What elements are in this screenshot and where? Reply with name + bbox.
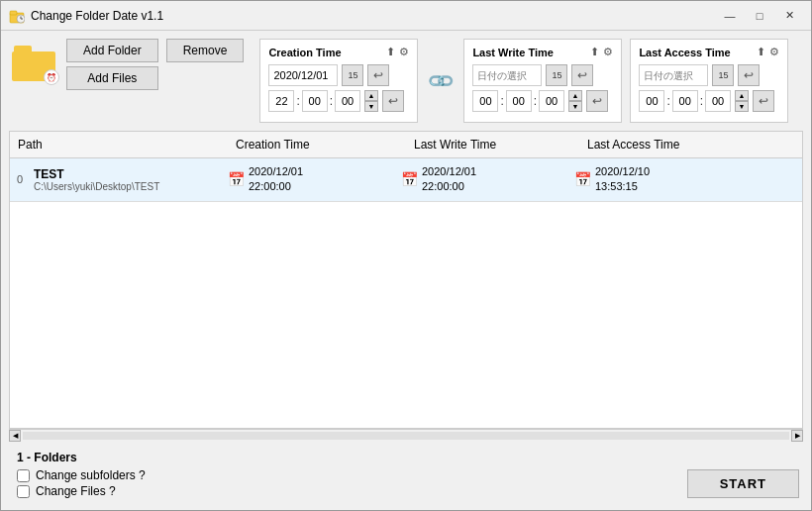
creation-calendar-button[interactable]: 15 (342, 64, 363, 86)
row-creation-text: 2020/12/01 22:00:00 (249, 164, 303, 195)
lastwrite-panel-icons: ⬆ ⚙ (590, 46, 613, 58)
creation-time-inputs: : : (268, 90, 360, 112)
lastwrite-time-spinners: ▲ ▼ (568, 90, 582, 112)
change-subfolders-checkbox-row[interactable]: Change subfolders ? (17, 468, 146, 482)
lastwrite-panel-title: Last Write Time (472, 47, 554, 58)
creation-panel-header: Creation Time ⬆ ⚙ (268, 46, 409, 58)
header-path: Path (10, 136, 228, 153)
lastwrite-date-row: 15 ↩ (472, 64, 613, 86)
lastwrite-time-panel: Last Write Time ⬆ ⚙ 15 ↩ (463, 39, 622, 123)
creation-panel-icons: ⬆ ⚙ (386, 46, 409, 58)
lastaccess-settings-icon[interactable]: ⚙ (769, 46, 779, 58)
scroll-right-button[interactable]: ▶ (791, 430, 803, 442)
lastwrite-min-input[interactable] (506, 90, 532, 112)
header-creation: Creation Time (228, 136, 406, 153)
row-folder-name: TEST (34, 167, 224, 181)
creation-sec-input[interactable] (335, 90, 360, 112)
upload-icon[interactable]: ⬆ (386, 46, 395, 58)
lastaccess-hour-input[interactable] (639, 90, 664, 112)
link-icon: 🔗 (426, 65, 457, 96)
lastwrite-hour-input[interactable] (472, 90, 498, 112)
creation-time-row: : : ▲ ▼ ↩ (268, 90, 409, 112)
creation-panel-title: Creation Time (268, 47, 341, 58)
creation-hour-input[interactable] (268, 90, 294, 112)
row-folder-fullpath: C:\Users\yuki\Desktop\TEST (34, 181, 224, 192)
bottom-left: 1 - Folders Change subfolders ? Change F… (13, 445, 150, 502)
table-body: 0 TEST C:\Users\yuki\Desktop\TEST 📅 2020… (10, 158, 802, 428)
lastwrite-time-down[interactable]: ▼ (568, 101, 582, 112)
row-creation: 📅 2020/12/01 22:00:00 (228, 164, 401, 195)
lastaccess-date-input[interactable] (639, 64, 708, 86)
lastwrite-time-inputs: : : (472, 90, 564, 112)
creation-time-up[interactable]: ▲ (364, 90, 378, 101)
app-icon (9, 8, 25, 24)
change-subfolders-checkbox[interactable] (17, 469, 30, 482)
row-lastwrite-time: 22:00:00 (422, 179, 476, 194)
lastaccess-panel-header: Last Access Time ⬆ ⚙ (639, 46, 779, 58)
scroll-left-button[interactable]: ◀ (9, 430, 21, 442)
maximize-button[interactable]: □ (746, 6, 773, 26)
datetime-panels: Creation Time ⬆ ⚙ 15 ↩ (259, 39, 803, 123)
change-subfolders-label: Change subfolders ? (36, 468, 146, 482)
remove-button[interactable]: Remove (166, 39, 245, 62)
creation-time-panel: Creation Time ⬆ ⚙ 15 ↩ (259, 39, 418, 123)
close-button[interactable]: ✕ (775, 6, 803, 26)
lastaccess-time-reset-button[interactable]: ↩ (753, 90, 774, 112)
content-area: ⏰ Add Folder Add Files Remove Creation T… (1, 31, 811, 510)
change-files-label: Change Files ? (36, 484, 116, 498)
lastaccess-date-icon: 📅 (574, 171, 591, 187)
change-files-checkbox[interactable] (17, 485, 30, 498)
row-lastwrite: 📅 2020/12/01 22:00:00 (401, 164, 574, 195)
top-section: ⏰ Add Folder Add Files Remove Creation T… (9, 39, 803, 123)
creation-date-row: 15 ↩ (268, 64, 409, 86)
lastwrite-date-reset-button[interactable]: ↩ (571, 64, 593, 86)
lastwrite-upload-icon[interactable]: ⬆ (590, 46, 599, 58)
creation-time-reset-button[interactable]: ↩ (382, 90, 404, 112)
add-files-button[interactable]: Add Files (66, 66, 158, 90)
creation-date-input[interactable] (268, 64, 338, 86)
title-bar: Change Folder Date v1.1 — □ ✕ (1, 1, 811, 31)
table-row[interactable]: 0 TEST C:\Users\yuki\Desktop\TEST 📅 2020… (10, 158, 802, 202)
add-folder-button[interactable]: Add Folder (66, 39, 158, 62)
scrollbar-track[interactable] (23, 432, 789, 440)
row-creation-time: 22:00:00 (249, 179, 303, 194)
lastwrite-time-reset-button[interactable]: ↩ (586, 90, 608, 112)
row-index: 0 (10, 173, 30, 185)
buttons-area: Add Folder Add Files (66, 39, 158, 90)
clock-badge-icon: ⏰ (44, 69, 59, 85)
lastwrite-settings-icon[interactable]: ⚙ (603, 46, 613, 58)
creation-min-input[interactable] (302, 90, 328, 112)
change-files-checkbox-row[interactable]: Change Files ? (17, 484, 146, 498)
main-window: Change Folder Date v1.1 — □ ✕ ⏰ Add Fold… (0, 0, 812, 511)
lastaccess-calendar-button[interactable]: 15 (712, 64, 734, 86)
bottom-right: START (687, 469, 799, 502)
row-lastaccess-date: 2020/12/10 (595, 164, 650, 179)
bottom-bar: 1 - Folders Change subfolders ? Change F… (9, 441, 803, 502)
lastaccess-time-up[interactable]: ▲ (735, 90, 749, 101)
creation-time-spinners: ▲ ▼ (364, 90, 378, 112)
file-table: Path Creation Time Last Write Time Last … (9, 131, 803, 429)
lastaccess-upload-icon[interactable]: ⬆ (757, 46, 765, 58)
lastwrite-date-input[interactable] (472, 64, 542, 86)
lastaccess-sec-input[interactable] (705, 90, 731, 112)
row-lastwrite-text: 2020/12/01 22:00:00 (422, 164, 476, 195)
lastaccess-panel-title: Last Access Time (639, 47, 730, 58)
lastwrite-time-up[interactable]: ▲ (568, 90, 582, 101)
header-lastaccess: Last Access Time (579, 136, 802, 153)
lastwrite-calendar-button[interactable]: 15 (546, 64, 567, 86)
link-icon-area: 🔗 (426, 39, 456, 123)
settings-icon[interactable]: ⚙ (399, 46, 409, 58)
lastwrite-sec-input[interactable] (539, 90, 564, 112)
lastaccess-time-down[interactable]: ▼ (735, 101, 749, 112)
lastaccess-date-row: 15 ↩ (639, 64, 779, 86)
lastaccess-min-input[interactable] (672, 90, 698, 112)
lastaccess-time-inputs: : : (639, 90, 731, 112)
row-lastaccess-text: 2020/12/10 13:53:15 (595, 164, 650, 195)
start-button[interactable]: START (687, 469, 799, 498)
creation-time-down[interactable]: ▼ (364, 101, 378, 112)
lastaccess-date-reset-button[interactable]: ↩ (738, 64, 760, 86)
minimize-button[interactable]: — (716, 6, 744, 26)
lastaccess-time-spinners: ▲ ▼ (735, 90, 749, 112)
row-creation-date: 2020/12/01 (249, 164, 303, 179)
creation-date-reset-button[interactable]: ↩ (367, 64, 389, 86)
